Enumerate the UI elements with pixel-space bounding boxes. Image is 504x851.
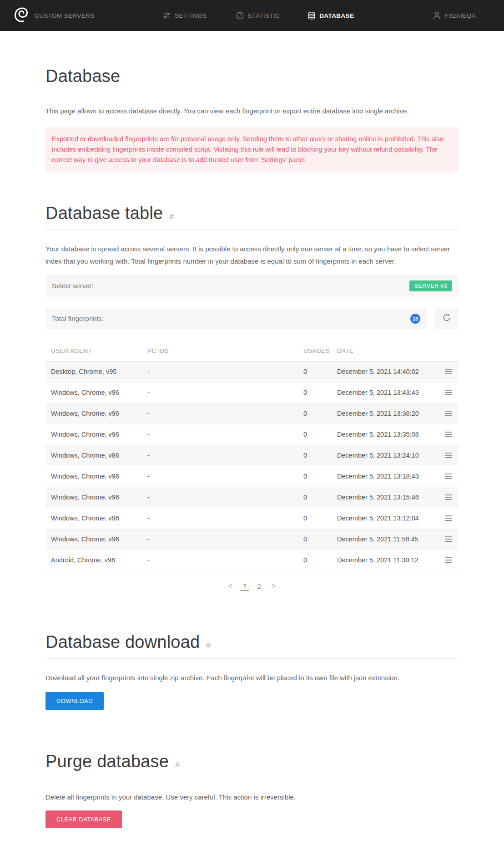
- cell-pc-ids: -: [142, 431, 298, 438]
- cell-usages: 0: [298, 431, 332, 438]
- anchor-link[interactable]: #: [169, 212, 174, 221]
- cell-usages: 0: [298, 515, 332, 522]
- row-menu-icon[interactable]: [443, 367, 454, 376]
- cell-usages: 0: [298, 535, 332, 543]
- total-fingerprints-label: Total fingerprints:: [52, 315, 104, 322]
- section-heading-text: Purge database: [45, 752, 169, 771]
- nav-username: F32AIEQA: [445, 12, 476, 19]
- table-row: Android, Chrome, v96 - 0 December 5, 202…: [45, 550, 459, 571]
- nav-settings-label: SETTINGS: [175, 12, 207, 19]
- row-menu-icon[interactable]: [443, 472, 454, 481]
- server-select-badge[interactable]: SERVER #3: [409, 280, 452, 291]
- warning-banner: Exported or downloaded fingerprints are …: [45, 127, 459, 173]
- database-icon: [308, 12, 315, 20]
- brand[interactable]: CUSTOM SERVERS: [13, 6, 95, 25]
- cell-date: December 5, 2021 13:38:20: [332, 410, 438, 417]
- cell-date: December 5, 2021 13:35:08: [332, 431, 438, 438]
- purge-section-description: Delete all fingerprints in your database…: [45, 791, 459, 803]
- table-row: Windows, Chrome, v96 - 0 December 5, 202…: [45, 508, 459, 529]
- clear-database-button[interactable]: CLEAR DATABASE: [45, 810, 122, 828]
- pagination-page-2[interactable]: 2: [255, 582, 263, 590]
- download-button[interactable]: DOWNLOAD: [45, 692, 104, 710]
- total-fingerprints-block: Total fingerprints: 13: [45, 307, 459, 330]
- brand-label: CUSTOM SERVERS: [35, 12, 95, 19]
- cell-date: December 5, 2021 13:12:04: [332, 515, 438, 522]
- row-menu-icon[interactable]: [443, 493, 454, 502]
- page-content: Database This page allows to access data…: [45, 66, 459, 851]
- section-heading-text: Database download: [45, 632, 200, 652]
- column-header-date: DATE: [332, 347, 438, 354]
- cell-usages: 0: [298, 389, 332, 396]
- table-section-description: Your database is spread across several s…: [45, 243, 459, 267]
- cell-usages: 0: [298, 410, 332, 417]
- section-heading-database-table: Database table#: [45, 204, 459, 230]
- fingerprint-logo-icon: [13, 6, 28, 25]
- column-header-pc-ids: PC IDS: [142, 347, 298, 354]
- cell-user-agent: Windows, Chrome, v96: [45, 515, 142, 522]
- cell-date: December 5, 2021 11:30:12: [332, 556, 438, 564]
- cell-date: December 5, 2021 13:43:43: [332, 389, 438, 396]
- navbar: CUSTOM SERVERS SETTINGS STATISTIC: [0, 0, 504, 31]
- cell-date: December 5, 2021 11:58:45: [332, 535, 438, 543]
- table-row: Windows, Chrome, v96 - 0 December 5, 202…: [45, 466, 459, 487]
- cell-date: December 5, 2021 14:40:02: [332, 368, 438, 375]
- table-row: Windows, Chrome, v96 - 0 December 5, 202…: [45, 424, 459, 445]
- table-row: Windows, Chrome, v96 - 0 December 5, 202…: [45, 487, 459, 508]
- section-heading-database-download: Database download#: [45, 632, 459, 659]
- fingerprint-count-badge: 13: [410, 314, 420, 324]
- row-menu-icon[interactable]: [443, 555, 454, 565]
- pagination-prev-icon[interactable]: <: [226, 582, 235, 590]
- anchor-link[interactable]: #: [175, 760, 180, 769]
- table-row: Windows, Chrome, v86 - 0 December 5, 202…: [45, 445, 459, 466]
- row-menu-icon[interactable]: [443, 409, 454, 418]
- nav-item-settings[interactable]: SETTINGS: [163, 12, 207, 19]
- row-menu-icon[interactable]: [443, 535, 454, 544]
- cell-pc-ids: -: [142, 368, 298, 375]
- info-icon: [236, 12, 244, 20]
- pagination-next-icon[interactable]: >: [269, 582, 278, 590]
- nav-item-database[interactable]: DATABASE: [308, 12, 354, 20]
- cell-date: December 5, 2021 13:24:10: [332, 452, 438, 459]
- pagination: < 1 2 >: [45, 582, 459, 591]
- nav-item-statistic[interactable]: STATISTIC: [236, 12, 280, 20]
- cell-user-agent: Windows, Chrome, v96: [45, 389, 142, 396]
- select-server-label: Select server:: [52, 282, 94, 290]
- cell-usages: 0: [298, 494, 332, 501]
- row-menu-icon[interactable]: [443, 430, 454, 439]
- nav-item-user[interactable]: F32AIEQA: [433, 11, 476, 20]
- anchor-link[interactable]: #: [206, 641, 211, 650]
- cell-date: December 5, 2021 13:18:43: [332, 473, 438, 480]
- pagination-page-1[interactable]: 1: [241, 582, 249, 591]
- cell-user-agent: Windows, Chrome, v96: [45, 431, 142, 438]
- nav-statistic-label: STATISTIC: [248, 12, 280, 19]
- cell-usages: 0: [298, 473, 332, 480]
- cell-pc-ids: -: [142, 452, 298, 459]
- cell-pc-ids: -: [142, 515, 298, 522]
- cell-usages: 0: [298, 452, 332, 459]
- table-row: Desktop, Chrome, v95 - 0 December 5, 202…: [45, 362, 459, 382]
- cell-user-agent: Windows, Chrome, v86: [45, 452, 142, 459]
- total-fingerprints-row: Total fingerprints: 13: [45, 307, 427, 330]
- refresh-button[interactable]: [435, 307, 459, 330]
- fingerprints-table: USER AGENT PC IDS USAGES DATE Desktop, C…: [45, 339, 459, 571]
- cell-user-agent: Windows, Chrome, v96: [45, 410, 142, 417]
- cell-pc-ids: -: [142, 556, 298, 564]
- table-body: Desktop, Chrome, v95 - 0 December 5, 202…: [45, 362, 459, 571]
- page-title: Database: [45, 66, 459, 86]
- cell-usages: 0: [298, 556, 332, 564]
- cell-pc-ids: -: [142, 389, 298, 396]
- row-menu-icon[interactable]: [443, 388, 454, 397]
- section-heading-purge-database: Purge database#: [45, 752, 459, 778]
- table-row: Windows, Chrome, v96 - 0 December 5, 202…: [45, 382, 459, 403]
- cell-usages: 0: [298, 368, 332, 375]
- column-header-user-agent: USER AGENT: [45, 347, 142, 354]
- sliders-icon: [163, 12, 171, 19]
- cell-pc-ids: -: [142, 410, 298, 417]
- download-section-description: Download all your fingerprints into sing…: [45, 672, 459, 684]
- page-intro: This page allows to access database dire…: [45, 107, 459, 115]
- cell-pc-ids: -: [142, 535, 298, 543]
- cell-pc-ids: -: [142, 494, 298, 501]
- table-header: USER AGENT PC IDS USAGES DATE: [45, 339, 459, 362]
- row-menu-icon[interactable]: [443, 514, 454, 523]
- row-menu-icon[interactable]: [443, 451, 454, 460]
